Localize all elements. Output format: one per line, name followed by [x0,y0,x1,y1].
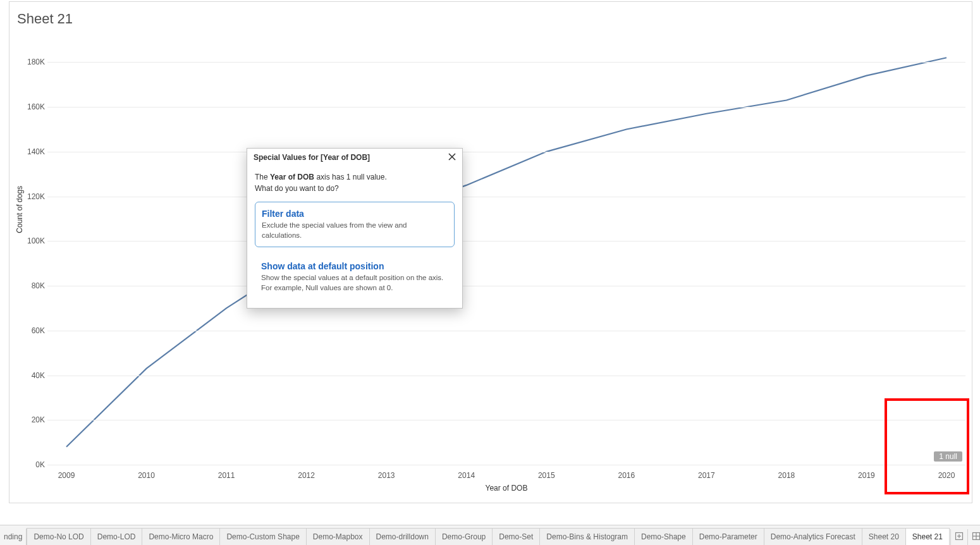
new-worksheet-icon[interactable] [950,529,967,545]
sheet-tab[interactable]: Demo-Custom Shape [219,528,306,545]
chart-plot-area[interactable]: Count of dogs Year of DOB 1 null 0K20K40… [47,40,965,465]
gridline [47,152,965,152]
worksheet-viewport: Sheet 21 Count of dogs Year of DOB 1 nul… [9,1,972,503]
y-tick-label: 180K [22,58,45,66]
tab-truncated-left[interactable]: nding [0,529,27,545]
close-icon[interactable] [448,152,456,162]
y-tick-label: 100K [22,236,45,245]
x-tick-label: 2016 [618,471,635,480]
dialog-title: Special Values for [Year of DOB] [254,153,370,162]
dialog-message: The Year of DOB axis has 1 null value. [255,171,455,183]
x-tick-label: 2017 [698,471,715,480]
new-dashboard-icon[interactable] [967,529,980,545]
gridline [47,197,965,197]
gridline [47,376,965,376]
x-tick-label: 2020 [938,471,955,480]
null-indicator-badge[interactable]: 1 null [934,451,962,462]
x-tick-label: 2015 [538,471,555,480]
option-title: Show data at default position [261,261,448,271]
line-chart-svg [47,40,965,465]
x-tick-label: 2019 [858,471,875,480]
gridline [47,241,965,242]
sheet-tab[interactable]: Demo-Group [435,528,493,545]
option-filter-data[interactable]: Filter data Exclude the special values f… [255,202,455,247]
app-root: Sheet 21 Count of dogs Year of DOB 1 nul… [0,0,980,545]
gridline [47,420,965,420]
sheet-tab[interactable]: Demo-Set [492,528,540,545]
sheet-tab-strip: nding Demo-No LODDemo-LODDemo-Micro Macr… [0,525,980,545]
y-tick-label: 60K [22,326,45,335]
y-tick-label: 40K [22,371,45,380]
x-tick-label: 2010 [138,471,155,480]
option-desc: Show the special values at a default pos… [261,272,448,293]
x-tick-label: 2013 [378,471,395,480]
special-values-dialog: Special Values for [Year of DOB] The Yea… [247,148,463,309]
gridline [47,107,965,107]
gridline [47,331,965,331]
sheet-tab[interactable]: Demo-Micro Macro [142,528,220,545]
sheet-tab[interactable]: Demo-Parameter [692,528,764,545]
option-title: Filter data [262,209,448,219]
gridline [47,62,965,63]
sheet-title: Sheet 21 [17,11,73,27]
x-tick-label: 2009 [58,471,75,480]
sheet-tab[interactable]: Demo-drilldown [369,528,436,545]
sheet-tab[interactable]: Sheet 20 [862,528,906,545]
option-desc: Exclude the special values from the view… [262,220,448,240]
y-tick-label: 120K [22,192,45,201]
y-tick-label: 20K [22,415,45,424]
sheet-tab[interactable]: Sheet 21 [905,528,950,545]
y-tick-label: 160K [22,102,45,111]
sheet-tab[interactable]: Demo-Mapbox [306,528,370,545]
sheet-tab[interactable]: Demo-Shape [634,528,693,545]
x-tick-label: 2018 [778,471,795,480]
gridline [47,286,965,286]
x-axis-label: Year of DOB [486,484,528,493]
gridline [47,465,965,465]
sheet-tab[interactable]: Demo-Bins & Histogram [539,528,635,545]
sheet-tab[interactable]: Demo-Analytics Forecast [764,528,862,545]
option-show-default[interactable]: Show data at default position Show the s… [255,255,455,299]
dialog-prompt: What do you want to do? [255,183,455,194]
x-tick-label: 2012 [298,471,315,480]
y-tick-label: 140K [22,147,45,156]
x-tick-label: 2011 [218,471,235,480]
y-tick-label: 0K [22,460,45,469]
x-tick-label: 2014 [458,471,475,480]
sheet-tab[interactable]: Demo-No LOD [27,528,90,545]
sheet-tab[interactable]: Demo-LOD [90,528,143,545]
y-tick-label: 80K [22,281,45,290]
